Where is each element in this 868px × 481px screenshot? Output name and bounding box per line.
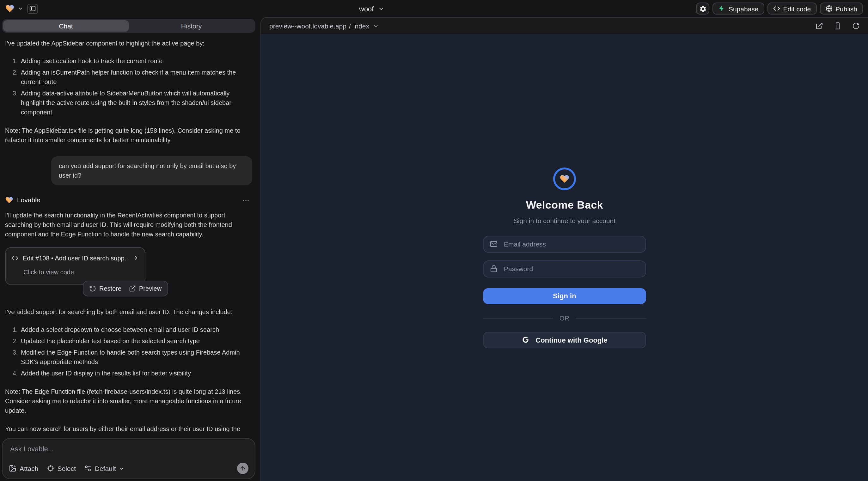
app-logo — [553, 167, 576, 190]
attach-label: Attach — [20, 464, 38, 472]
google-signin-button[interactable]: Continue with Google — [483, 331, 646, 348]
email-field[interactable] — [483, 235, 646, 253]
top-bar-actions: Supabase Edit code Publish — [696, 3, 863, 14]
crosshair-icon — [47, 464, 54, 472]
arrow-up-icon — [240, 465, 246, 472]
code-icon — [773, 5, 780, 12]
preview-label: Preview — [139, 284, 161, 293]
list-item: Added a select dropdown to choose betwee… — [20, 325, 252, 334]
mail-icon — [490, 240, 498, 248]
preview-pane: preview--woof.lovable.app / index — [260, 17, 868, 481]
mode-label: Default — [95, 464, 116, 472]
refresh-icon[interactable] — [852, 22, 860, 30]
toggle-sidebar-button[interactable] — [27, 3, 38, 13]
supabase-bolt-icon — [718, 5, 725, 12]
edit-card[interactable]: Edit #108 • Add user ID search supp... C… — [5, 247, 146, 285]
chevron-down-icon — [373, 23, 379, 29]
user-message-bubble: can you add support for searching not on… — [51, 156, 252, 185]
globe-icon — [825, 5, 832, 12]
assistant-list: Added a select dropdown to choose betwee… — [5, 325, 252, 378]
tab-history[interactable]: History — [129, 20, 254, 32]
list-item: Modified the Edge Function to handle bot… — [20, 348, 252, 366]
chat-sidebar: Chat History I've updated the AppSidebar… — [0, 17, 257, 481]
assistant-list: Adding useLocation hook to track the cur… — [5, 56, 252, 117]
top-bar: woof Supabase Edit code — [0, 0, 868, 17]
google-g-icon — [522, 335, 530, 344]
edit-code-button[interactable]: Edit code — [768, 3, 817, 14]
settings-sliders-icon — [84, 464, 92, 472]
list-item: Adding useLocation hook to track the cur… — [20, 56, 252, 66]
signin-card: Welcome Back Sign in to continue to your… — [483, 167, 646, 348]
lock-icon — [490, 265, 498, 272]
restore-label: Restore — [99, 284, 121, 293]
list-item: Added the user ID display in the results… — [20, 368, 252, 378]
assistant-paragraph: I've updated the AppSidebar component to… — [5, 38, 252, 48]
attach-button[interactable]: Attach — [9, 464, 38, 472]
signin-title: Welcome Back — [526, 199, 603, 212]
google-label: Continue with Google — [535, 336, 607, 344]
preview-button[interactable]: Preview — [129, 284, 161, 293]
preview-toolbar — [815, 22, 860, 30]
list-item: Adding an isCurrentPath helper function … — [20, 68, 252, 87]
signin-subtitle: Sign in to continue to your account — [514, 217, 615, 224]
chevron-down-icon[interactable] — [378, 5, 385, 12]
external-link-icon — [129, 285, 136, 292]
image-plus-icon — [9, 464, 17, 472]
chevron-right-icon[interactable] — [133, 255, 139, 261]
composer[interactable]: Attach Select Default — [2, 438, 255, 479]
publish-label: Publish — [835, 5, 857, 12]
logo-menu[interactable] — [5, 4, 23, 13]
signin-button[interactable]: Sign in — [483, 288, 646, 304]
password-input[interactable] — [503, 264, 639, 273]
assistant-paragraph: You can now search for users by either t… — [5, 424, 252, 435]
app-window: woof Supabase Edit code — [0, 0, 868, 481]
assistant-paragraph: I'll update the search functionality in … — [5, 211, 252, 239]
more-options-icon[interactable] — [242, 197, 250, 204]
edit-card-subtitle[interactable]: Click to view code — [23, 267, 139, 277]
assistant-note: Note: The AppSidebar.tsx file is getting… — [5, 126, 252, 145]
or-divider: OR — [483, 315, 646, 321]
assistant-name: Lovable — [17, 195, 40, 205]
or-label: OR — [559, 315, 569, 321]
chat-messages[interactable]: I've updated the AppSidebar component to… — [2, 33, 255, 434]
code-xml-icon — [11, 255, 18, 262]
gear-icon — [699, 5, 707, 12]
chevron-down-icon — [119, 466, 125, 471]
assistant-note: Note: The Edge Function file (fetch-fire… — [5, 387, 252, 415]
preview-page: index — [353, 22, 369, 30]
restore-button[interactable]: Restore — [89, 284, 121, 293]
url-separator: / — [349, 22, 351, 30]
lovable-heart-logo-icon[interactable] — [5, 4, 14, 13]
publish-button[interactable]: Publish — [819, 3, 863, 14]
chat-history-tabs: Chat History — [2, 19, 255, 33]
preview-url-bar: preview--woof.lovable.app / index — [261, 18, 868, 34]
panel-left-icon — [29, 5, 36, 12]
tab-chat[interactable]: Chat — [3, 20, 129, 32]
email-input[interactable] — [503, 239, 639, 248]
composer-actions: Attach Select Default — [9, 463, 248, 474]
assistant-paragraph: I've added support for searching by both… — [5, 307, 252, 317]
edit-block: Edit #108 • Add user ID search supp... C… — [5, 247, 252, 296]
edit-code-label: Edit code — [783, 5, 811, 12]
preview-url: preview--woof.lovable.app — [269, 22, 346, 30]
mobile-view-icon[interactable] — [834, 22, 841, 30]
chevron-down-icon[interactable] — [18, 6, 23, 11]
password-field[interactable] — [483, 260, 646, 277]
list-item: Updated the placeholder text based on th… — [20, 336, 252, 346]
preview-app-content: Welcome Back Sign in to continue to your… — [261, 34, 868, 481]
settings-button[interactable] — [696, 3, 710, 14]
list-item: Adding data-active attribute to SidebarM… — [20, 89, 252, 117]
project-switcher[interactable]: woof — [359, 0, 385, 17]
select-label: Select — [58, 464, 76, 472]
mode-select[interactable]: Default — [84, 464, 125, 472]
open-in-new-tab-icon[interactable] — [815, 22, 823, 30]
assistant-header: Lovable — [5, 195, 252, 205]
supabase-button[interactable]: Supabase — [713, 3, 764, 14]
preview-url-dropdown[interactable]: preview--woof.lovable.app / index — [269, 22, 379, 30]
send-button[interactable] — [237, 463, 248, 474]
select-button[interactable]: Select — [47, 464, 76, 472]
chat-input[interactable] — [9, 444, 250, 453]
supabase-label: Supabase — [728, 5, 758, 12]
edit-actions-toolbar: Restore Preview — [83, 281, 168, 296]
project-name[interactable]: woof — [359, 5, 374, 12]
